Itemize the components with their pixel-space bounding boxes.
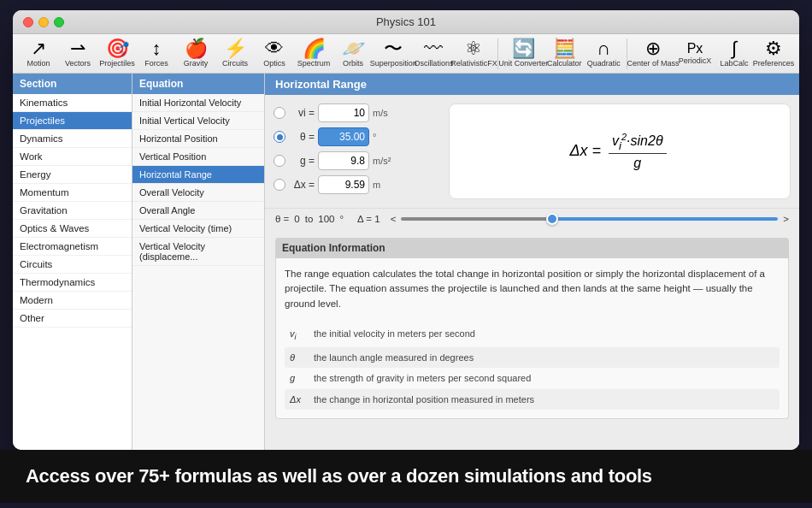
eq-overall-velocity[interactable]: Overall Velocity xyxy=(132,184,264,202)
center-of-mass-icon: ⊕ xyxy=(645,39,661,58)
spectrum-icon: 🌈 xyxy=(303,39,326,58)
spectrum-label: Spectrum xyxy=(297,59,331,68)
eq-horizontal-range[interactable]: Horizontal Range xyxy=(132,166,264,184)
radio-g[interactable] xyxy=(274,155,285,167)
maximize-button[interactable] xyxy=(54,17,64,27)
calculator-label: Calculator xyxy=(547,59,582,68)
sidebar-item-other[interactable]: Other xyxy=(13,310,132,328)
toolbar-motion[interactable]: ↗ Motion xyxy=(20,38,57,69)
range-slider-handle[interactable] xyxy=(546,213,558,225)
toolbar-optics[interactable]: 👁 Optics xyxy=(256,38,293,69)
sidebar-item-work[interactable]: Work xyxy=(13,148,132,166)
right-panel-header: Horizontal Range xyxy=(265,74,799,95)
toolbar-projectiles[interactable]: 🎯 Projectiles xyxy=(98,38,136,69)
projectiles-icon: 🎯 xyxy=(106,39,129,58)
toolbar-labcalc[interactable]: ∫ LabCalc xyxy=(715,38,753,69)
eq-vert-position[interactable]: Vertical Position xyxy=(132,148,264,166)
input-row-g: g = m/s² xyxy=(274,151,440,170)
labcalc-label: LabCalc xyxy=(720,59,748,68)
optics-label: Optics xyxy=(263,59,285,68)
sidebar-item-projectiles[interactable]: Projectiles xyxy=(13,112,132,130)
radio-theta[interactable] xyxy=(274,131,285,143)
sidebar-item-dynamics[interactable]: Dynamics xyxy=(13,130,132,148)
range-to-label: to xyxy=(305,214,314,224)
toolbar-superposition[interactable]: 〜 Superposition xyxy=(374,38,413,69)
unit-converter-icon: 🔄 xyxy=(512,39,535,58)
formula-math: Δx = vi2·sin2θ g xyxy=(569,132,669,172)
circuits-label: Circuits xyxy=(222,59,248,68)
info-var-g: g the strength of gravity in meters per … xyxy=(285,368,780,389)
eq-overall-angle[interactable]: Overall Angle xyxy=(132,202,264,220)
info-body: The range equation calculates the total … xyxy=(275,258,789,419)
label-g: g = xyxy=(289,155,315,167)
field-deltax[interactable] xyxy=(318,175,369,194)
toolbar-preferences[interactable]: ⚙ Preferences xyxy=(755,38,792,69)
orbits-icon: 🪐 xyxy=(342,39,365,58)
preferences-icon: ⚙ xyxy=(765,39,782,58)
toolbar-calculator[interactable]: 🧮 Calculator xyxy=(545,38,583,69)
info-var-vi: vi the initial velocity in meters per se… xyxy=(285,323,780,347)
range-to: 100 xyxy=(318,214,334,224)
toolbar-relativistic[interactable]: ⚛ RelativisticFX xyxy=(454,38,493,69)
sidebar-item-modern[interactable]: Modern xyxy=(13,292,132,310)
range-unit: ° xyxy=(340,214,344,224)
sidebar-item-circuits[interactable]: Circuits xyxy=(13,256,132,274)
radio-deltax[interactable] xyxy=(274,179,285,191)
eq-vert-vel-disp[interactable]: Vertical Velocity (displaceme... xyxy=(132,238,264,266)
sidebar-item-gravitation[interactable]: Gravitation xyxy=(13,202,132,220)
sidebar-item-thermodynamics[interactable]: Thermodynamics xyxy=(13,274,132,292)
oscillations-label: Oscillations xyxy=(414,59,453,68)
right-panel: Horizontal Range vi = m/s θ = xyxy=(265,74,799,450)
eq-horiz-position[interactable]: Horizontal Position xyxy=(132,130,264,148)
eq-initial-vert-vel[interactable]: Initial Vertical Velocity xyxy=(132,112,264,130)
field-theta[interactable] xyxy=(318,127,369,146)
var-symbol-theta: θ xyxy=(290,351,307,365)
radio-vi[interactable] xyxy=(274,107,285,119)
info-header: Equation Information xyxy=(275,238,789,258)
close-button[interactable] xyxy=(23,17,33,27)
input-row-deltax: Δx = m xyxy=(274,175,440,194)
field-g[interactable] xyxy=(318,151,369,170)
info-description: The range equation calculates the total … xyxy=(285,267,780,311)
eq-initial-horiz-vel[interactable]: Initial Horizontal Velocity xyxy=(132,94,264,112)
toolbar-orbits[interactable]: 🪐 Orbits xyxy=(334,38,372,69)
unit-theta: ° xyxy=(373,132,398,142)
preferences-label: Preferences xyxy=(753,59,795,68)
toolbar-center-of-mass[interactable]: ⊕ Center of Mass xyxy=(632,38,674,69)
sidebar-item-electromagnetism[interactable]: Electromagnetism xyxy=(13,238,132,256)
range-theta-label: θ = xyxy=(275,214,289,224)
toolbar-spectrum[interactable]: 🌈 Spectrum xyxy=(295,38,332,69)
quadratic-icon: ∩ xyxy=(597,39,610,58)
optics-icon: 👁 xyxy=(265,39,284,58)
toolbar-forces[interactable]: ↕ Forces xyxy=(138,38,175,69)
window-controls xyxy=(23,17,64,27)
bottom-text: Access over 75+ formulas as well as over… xyxy=(26,465,652,487)
superposition-label: Superposition xyxy=(370,59,417,68)
calc-area: vi = m/s θ = ° g = xyxy=(265,95,799,208)
equations-panel: Equation Initial Horizontal Velocity Ini… xyxy=(132,74,265,450)
toolbar-vectors[interactable]: ⇀ Vectors xyxy=(59,38,97,69)
eq-vert-vel-time[interactable]: Vertical Velocity (time) xyxy=(132,220,264,238)
gravity-icon: 🍎 xyxy=(185,39,208,58)
toolbar-periodicx[interactable]: Px PeriodicX xyxy=(676,40,714,67)
toolbar-quadratic[interactable]: ∩ Quadratic xyxy=(585,38,622,69)
sidebar-item-optics-waves[interactable]: Optics & Waves xyxy=(13,220,132,238)
sidebar-item-kinematics[interactable]: Kinematics xyxy=(13,94,132,112)
fraction: vi2·sin2θ g xyxy=(609,132,667,172)
field-vi[interactable] xyxy=(318,103,369,122)
vectors-icon: ⇀ xyxy=(70,39,85,58)
toolbar-circuits[interactable]: ⚡ Circuits xyxy=(216,38,254,69)
forces-icon: ↕ xyxy=(152,39,162,58)
range-row: θ = 0 to 100 ° Δ = 1 < > xyxy=(265,208,799,229)
sidebar-item-momentum[interactable]: Momentum xyxy=(13,184,132,202)
sidebar-header: Section xyxy=(13,74,132,94)
minimize-button[interactable] xyxy=(38,17,49,27)
motion-label: Motion xyxy=(26,59,50,68)
range-slider[interactable] xyxy=(401,217,778,221)
toolbar-gravity[interactable]: 🍎 Gravity xyxy=(177,38,215,69)
toolbar-oscillations[interactable]: 〰 Oscillations xyxy=(415,38,452,69)
toolbar-unit-converter[interactable]: 🔄 Unit Converter xyxy=(503,38,544,69)
label-vi: vi = xyxy=(289,107,315,119)
sidebar-item-energy[interactable]: Energy xyxy=(13,166,132,184)
gravity-label: Gravity xyxy=(184,59,209,68)
